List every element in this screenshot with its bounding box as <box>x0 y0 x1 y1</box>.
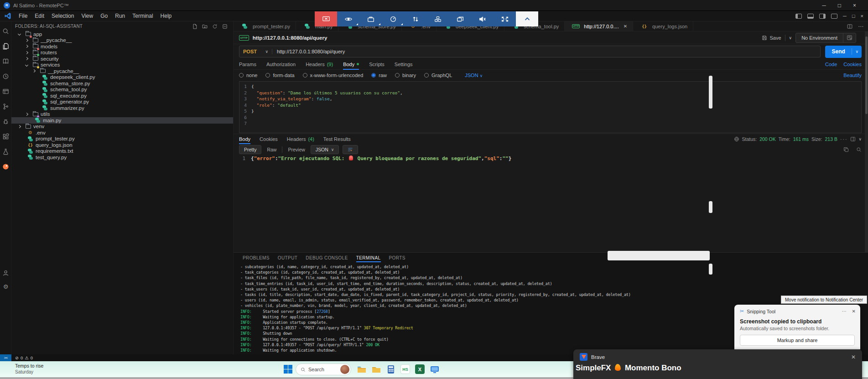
body-mode-binary[interactable]: binary <box>395 73 416 78</box>
menu-terminal[interactable]: Terminal <box>129 11 156 21</box>
minimize-button[interactable]: ─ <box>822 2 826 9</box>
response-tab-body[interactable]: Body <box>239 134 250 144</box>
account-activity-icon[interactable] <box>0 267 11 279</box>
panel-tab-problems[interactable]: PROBLEMS <box>243 253 270 263</box>
response-body[interactable]: 1{"error":"Error ejecutando SQL: Query b… <box>239 156 862 162</box>
switch-window-button[interactable] <box>449 11 471 26</box>
response-tab-cookies[interactable]: Cookies <box>260 134 278 144</box>
body-mode-form-data[interactable]: form-data <box>265 73 294 78</box>
tree-item-requirements.txt[interactable]: requirements.txt <box>11 148 233 155</box>
calculator-taskbar-icon[interactable] <box>385 363 396 375</box>
response-collapse-icon[interactable]: ∨ <box>858 137 862 141</box>
settings-activity-icon[interactable]: ⚙ <box>0 280 11 292</box>
raw-language-select[interactable]: JSON ∨ <box>465 73 483 78</box>
tree-item-sql_executor.py[interactable]: sql_executor.py <box>11 93 233 99</box>
horizontal-scrollbar[interactable] <box>608 251 710 260</box>
brave-notification[interactable]: Brave ✕ SimpleFX Momento Bono <box>573 349 862 379</box>
book-activity-icon[interactable] <box>0 55 11 67</box>
cookies-link[interactable]: Cookies <box>843 62 862 67</box>
request-tab-scripts[interactable]: Scripts <box>369 59 385 69</box>
tree-item-prompt_tester.py[interactable]: prompt_tester.py <box>11 136 233 142</box>
tree-item-__pycache__[interactable]: __pycache__ <box>11 68 233 74</box>
notification-more-icon[interactable]: ··· <box>842 309 847 314</box>
request-body-editor[interactable]: 1{2 "question": "Dame los últimos 5 usua… <box>239 81 862 133</box>
editor-more-actions-icon[interactable]: ⋯ <box>858 23 863 30</box>
toggle-secondary-sidebar-icon[interactable] <box>819 14 826 19</box>
body-mode-GraphQL[interactable]: GraphQL <box>424 73 452 78</box>
method-select[interactable]: POST ∨ <box>239 49 272 54</box>
environment-eye-icon[interactable] <box>843 33 856 42</box>
collapse-toolbar-button[interactable] <box>516 11 538 26</box>
request-tab-headers[interactable]: Headers (9) <box>306 59 333 69</box>
tree-item-sql_generator.py[interactable]: sql_generator.py <box>11 99 233 105</box>
panel-tab-terminal[interactable]: TERMINAL <box>356 253 381 263</box>
scrollbar-thumb[interactable] <box>709 264 712 275</box>
environment-selector[interactable]: No Environment <box>796 35 843 41</box>
toggle-sidebar-icon[interactable] <box>795 14 802 19</box>
performance-button[interactable] <box>382 11 404 26</box>
tree-item-main.py[interactable]: main.py <box>11 117 233 124</box>
start-button[interactable] <box>284 365 292 374</box>
request-tab-settings[interactable]: Settings <box>395 59 413 69</box>
beautify-link[interactable]: Beautify <box>843 73 862 78</box>
new-folder-icon[interactable] <box>202 24 208 29</box>
tree-item-utils[interactable]: utils <box>11 111 233 118</box>
file-explorer-taskbar-icon[interactable] <box>356 363 367 375</box>
view-pretty[interactable]: Pretty <box>239 145 261 154</box>
remote-indicator[interactable]: >< <box>0 354 11 361</box>
menu-selection[interactable]: Selection <box>48 11 78 21</box>
refresh-icon[interactable] <box>212 24 218 29</box>
panel-tab-output[interactable]: OUTPUT <box>278 253 298 263</box>
expand-response-icon[interactable] <box>850 136 856 142</box>
view-options-button[interactable] <box>337 11 359 26</box>
copy-response-icon[interactable] <box>843 147 849 152</box>
tree-item-deepseek_client.py[interactable]: deepseek_client.py <box>11 74 233 81</box>
sound-muted-button[interactable] <box>471 11 494 26</box>
search-activity-icon[interactable] <box>0 25 11 37</box>
request-tab-body[interactable]: Body <box>343 59 359 69</box>
url-input[interactable]: http://127.0.0.1:8080/api/query <box>272 49 349 54</box>
explorer-activity-icon[interactable] <box>0 40 11 52</box>
windows-activity-icon[interactable] <box>0 85 11 97</box>
close-button[interactable]: × <box>853 2 856 9</box>
body-mode-none[interactable]: none <box>239 73 257 78</box>
hs-app-taskbar-icon[interactable]: HS <box>400 363 411 375</box>
code-link[interactable]: Code <box>825 62 837 67</box>
menu-run[interactable]: Run <box>111 11 129 21</box>
maximize-button[interactable]: □ <box>838 2 841 9</box>
request-tab-params[interactable]: Params <box>239 59 256 69</box>
problems-status[interactable]: ⊘0 ⚠0 <box>11 355 33 360</box>
tree-item-summarizer.py[interactable]: summarizer.py <box>11 105 233 111</box>
menu-help[interactable]: Help <box>157 11 176 21</box>
tab-query_logs.json[interactable]: {}query_logs.json <box>633 21 693 31</box>
history-activity-icon[interactable] <box>0 70 11 82</box>
vscode-minimize-button[interactable]: ─ <box>843 13 847 19</box>
tree-item-models[interactable]: models <box>11 43 233 50</box>
taskbar-search[interactable]: Search <box>296 363 351 375</box>
tree-item-schema_store.py[interactable]: schema_store.py <box>11 80 233 87</box>
save-dropdown-icon[interactable]: ∨ <box>789 36 792 40</box>
request-tab-authorization[interactable]: Authorization <box>266 59 296 69</box>
response-language-select[interactable]: JSON∨ <box>311 145 339 154</box>
tab-prompt_tester.py[interactable]: prompt_tester.py <box>234 21 296 31</box>
postman-activity-icon[interactable] <box>0 161 11 172</box>
search-response-icon[interactable] <box>856 147 862 152</box>
excel-taskbar-icon[interactable]: X <box>414 363 426 375</box>
weather-widget[interactable]: Temps to rise Saturday <box>15 363 43 375</box>
disconnect-session-button[interactable] <box>315 11 337 26</box>
customize-layout-icon[interactable] <box>831 14 837 19</box>
scrollbar-thumb[interactable] <box>709 201 712 213</box>
source-control-activity-icon[interactable] <box>0 100 11 112</box>
response-tab-headers[interactable]: Headers (4) <box>287 134 314 144</box>
tab-http://127.0.0....[interactable]: HTTPhttp://127.0.0....✕ <box>565 21 633 31</box>
vscode-maximize-button[interactable]: □ <box>852 13 855 19</box>
view-preview[interactable]: Preview <box>286 147 307 152</box>
tree-item-test_query.py[interactable]: test_query.py <box>11 154 233 161</box>
tree-item-venv[interactable]: venv <box>11 124 233 130</box>
menu-view[interactable]: View <box>78 11 97 21</box>
body-mode-raw[interactable]: raw <box>371 73 387 78</box>
vscode-close-button[interactable]: × <box>861 13 863 19</box>
tree-item-routers[interactable]: routers <box>11 50 233 56</box>
panel-tab-debug-console[interactable]: DEBUG CONSOLE <box>306 253 348 263</box>
collapse-folders-icon[interactable] <box>222 24 228 29</box>
